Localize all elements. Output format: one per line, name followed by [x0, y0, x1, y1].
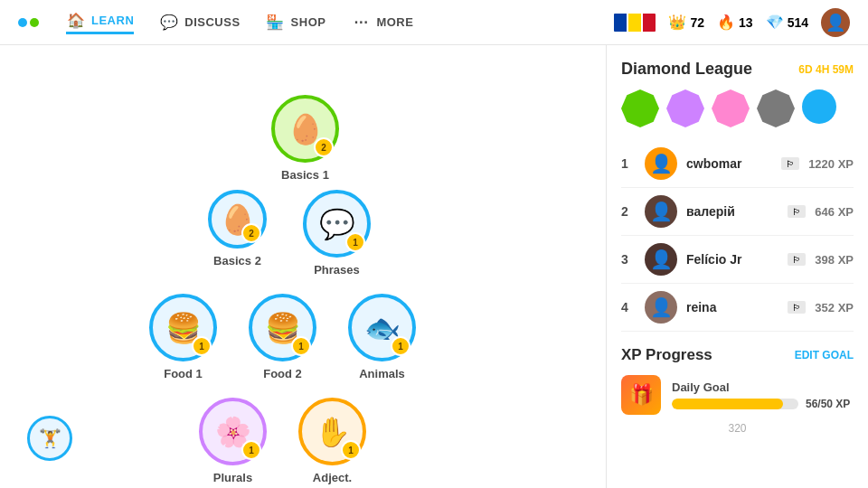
leaderboard-rows: 1 👤 cwbomar 🏳 1220 XP 2 👤 валерій 🏳 646 … — [621, 140, 854, 332]
fire-stat[interactable]: 🔥 13 — [717, 14, 753, 31]
skill-badge-plurals: 1 — [241, 440, 261, 460]
lb-avatar: 👤 — [645, 291, 677, 324]
lb-name: Felício Jr — [686, 252, 778, 267]
learn-icon: 🏠 — [66, 10, 86, 30]
barbell-icon: 🏋️ — [39, 427, 61, 449]
skill-node-phrases[interactable]: 💬1Phrases — [303, 190, 371, 277]
lb-flag-icon: 🏳 — [788, 253, 806, 266]
gem-count: 514 — [788, 15, 808, 30]
skill-node-food1[interactable]: 🍔1Food 1 — [149, 294, 217, 380]
skill-node-adj[interactable]: ✋1Adject. — [298, 398, 366, 484]
xp-header: XP Progress EDIT GOAL — [621, 346, 854, 364]
leaderboard-row[interactable]: 3 👤 Felício Jr 🏳 398 XP — [621, 236, 854, 284]
nav-right: 👑 72 🔥 13 💎 514 👤 — [614, 8, 850, 37]
xp-count: 56/50 XP — [806, 398, 850, 410]
skill-label-food2: Food 2 — [263, 367, 302, 380]
league-card: Diamond League 6D 4H 59M 1 👤 cwbomar 🏳 1… — [621, 60, 854, 332]
xp-bar-bg — [672, 399, 798, 409]
lb-avatar: 👤 — [645, 243, 677, 276]
league-header: Diamond League 6D 4H 59M — [621, 60, 854, 79]
lb-flag-icon: 🏳 — [788, 301, 806, 314]
fire-count: 13 — [739, 15, 753, 30]
xp-title: XP Progress — [621, 346, 712, 364]
gem-pink — [712, 89, 750, 127]
lb-rank: 2 — [621, 204, 636, 219]
learn-label: LEARN — [91, 14, 134, 27]
lb-avatar: 👤 — [645, 147, 677, 180]
lb-xp: 646 XP — [815, 205, 854, 219]
skill-badge-basics1: 2 — [314, 137, 334, 157]
shop-icon: 🏪 — [266, 13, 286, 33]
skill-tree: 🏋️ 🥚2Basics 1🥚2Basics 2💬1Phrases🍔1Food 1… — [0, 45, 606, 488]
skill-circle-basics1: 🥚2 — [271, 95, 339, 163]
gem-icon: 💎 — [766, 14, 784, 31]
crown-icon: 👑 — [668, 14, 686, 31]
skill-circle-food2: 🍔1 — [249, 294, 316, 361]
skill-circle-animals: 🐟1 — [348, 294, 416, 361]
lb-avatar: 👤 — [645, 195, 677, 228]
skill-label-phrases: Phrases — [314, 263, 360, 277]
gem-stat[interactable]: 💎 514 — [766, 14, 808, 31]
gem-cyan — [802, 89, 836, 124]
flag-ro[interactable] — [614, 14, 656, 32]
discuss-label: DISCUSS — [184, 15, 240, 29]
skill-badge-food2: 1 — [291, 336, 311, 356]
lb-name: reina — [686, 300, 778, 314]
skill-label-basics2: Basics 2 — [213, 254, 261, 267]
skill-label-basics1: Basics 1 — [281, 168, 329, 182]
skill-label-adj: Adject. — [313, 471, 352, 484]
xp-edit-goal-button[interactable]: EDIT GOAL — [795, 349, 854, 361]
nav-items: 🏠 LEARN 💬 DISCUSS 🏪 SHOP ⋯ MORE — [66, 10, 587, 34]
skill-circle-phrases: 💬1 — [303, 190, 371, 258]
skill-node-food2[interactable]: 🍔1Food 2 — [249, 294, 316, 380]
xp-row: 🎁 Daily Goal 56/50 XP — [621, 375, 854, 415]
leaderboard-row[interactable]: 2 👤 валерій 🏳 646 XP — [621, 188, 854, 236]
nav-learn[interactable]: 🏠 LEARN — [66, 10, 134, 34]
lb-flag-icon: 🏳 — [788, 205, 806, 218]
shop-label: SHOP — [291, 15, 326, 29]
skill-node-plurals[interactable]: 🌸1Plurals — [199, 398, 267, 484]
skill-circle-food1: 🍔1 — [149, 294, 217, 361]
more-label: MORE — [376, 15, 413, 29]
lb-flag-icon: 🏳 — [781, 157, 799, 170]
league-title: Diamond League — [621, 60, 752, 79]
gem-gray — [757, 89, 795, 127]
logo[interactable] — [18, 18, 39, 27]
discuss-icon: 💬 — [159, 13, 179, 33]
skill-badge-adj: 1 — [341, 440, 361, 460]
skill-circle-basics2: 🥚2 — [208, 190, 267, 249]
skill-node-animals[interactable]: 🐟1Animals — [348, 294, 416, 380]
skill-node-basics2[interactable]: 🥚2Basics 2 — [208, 190, 267, 267]
leaderboard-row[interactable]: 4 👤 reina 🏳 352 XP — [621, 284, 854, 332]
xp-details: Daily Goal 56/50 XP — [672, 380, 850, 410]
xp-daily-label: Daily Goal — [672, 380, 850, 394]
xp-card: XP Progress EDIT GOAL 🎁 Daily Goal 56/50… — [621, 346, 854, 435]
league-gems — [621, 89, 854, 127]
user-avatar[interactable]: 👤 — [821, 8, 850, 37]
skill-label-plurals: Plurals — [213, 471, 252, 484]
exercise-button[interactable]: 🏋️ — [27, 416, 72, 461]
nav-discuss[interactable]: 💬 DISCUSS — [159, 13, 240, 33]
skill-badge-food1: 1 — [192, 336, 212, 356]
skill-circle-adj: ✋1 — [298, 398, 366, 465]
logo-dots — [18, 18, 39, 27]
nav-shop[interactable]: 🏪 SHOP — [266, 13, 326, 33]
lb-rank: 4 — [621, 300, 636, 314]
skill-label-animals: Animals — [359, 367, 405, 380]
crown-count: 72 — [690, 15, 704, 30]
lb-xp: 1220 XP — [808, 157, 854, 171]
right-panel: Diamond League 6D 4H 59M 1 👤 cwbomar 🏳 1… — [606, 45, 868, 488]
lb-xp: 398 XP — [815, 253, 854, 267]
more-icon: ⋯ — [351, 13, 371, 33]
xp-chest-icon: 🎁 — [621, 375, 661, 415]
skill-badge-phrases: 1 — [345, 232, 365, 252]
leaderboard-row[interactable]: 1 👤 cwbomar 🏳 1220 XP — [621, 140, 854, 188]
lb-rank: 1 — [621, 156, 636, 171]
crown-stat[interactable]: 👑 72 — [668, 14, 704, 31]
nav-more[interactable]: ⋯ MORE — [351, 13, 413, 33]
skill-circle-plurals: 🌸1 — [199, 398, 267, 465]
skill-node-basics1[interactable]: 🥚2Basics 1 — [271, 95, 339, 182]
lb-name: cwbomar — [686, 156, 772, 171]
skill-label-food1: Food 1 — [164, 367, 203, 380]
top-nav: 🏠 LEARN 💬 DISCUSS 🏪 SHOP ⋯ MORE 👑 72 🔥 1… — [0, 0, 868, 45]
